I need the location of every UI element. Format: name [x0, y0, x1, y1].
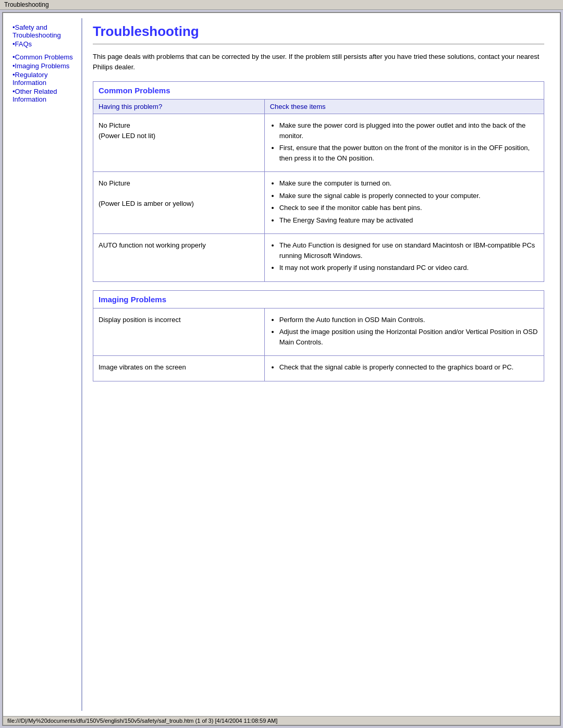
check-cell: Make sure the power cord is plugged into…: [264, 114, 544, 172]
statusbar: file:///D|/My%20documents/dfu/150V5/engl…: [3, 716, 560, 725]
sidebar-regulatory[interactable]: •Regulatory Information: [13, 71, 77, 87]
common-problems-table: Common Problems Having this problem? Che…: [93, 81, 544, 282]
common-header-row: Common Problems: [93, 82, 544, 100]
sidebar-other[interactable]: •Other Related Information: [13, 88, 77, 103]
list-item: The Auto Function is designed for use on…: [279, 240, 538, 261]
title-divider: [93, 44, 544, 44]
problem-cell: AUTO function not working properly: [93, 234, 265, 282]
table-row: No Picture(Power LED is amber or yellow)…: [93, 172, 544, 234]
table-row: Image vibrates on the screen Check that …: [93, 356, 544, 381]
list-item: The Energy Saving feature may be activat…: [279, 215, 538, 226]
list-item: It may not work properly if using nonsta…: [279, 263, 538, 273]
table-row: No Picture(Power LED not lit) Make sure …: [93, 114, 544, 172]
common-section-title: Common Problems: [93, 82, 544, 100]
problem-cell: No Picture(Power LED is amber or yellow): [93, 172, 265, 234]
table-row: AUTO function not working properly The A…: [93, 234, 544, 282]
list-item: Check to see if the monitor cable has be…: [279, 203, 538, 213]
check-cell: Make sure the computer is turned on. Mak…: [264, 172, 544, 234]
imaging-header-row: Imaging Problems: [93, 290, 544, 308]
sidebar-imaging[interactable]: •Imaging Problems: [13, 62, 77, 70]
list-item: Make sure the computer is turned on.: [279, 178, 538, 189]
page-title: Troubleshooting: [93, 23, 544, 40]
main-content: Troubleshooting This page deals with pro…: [81, 18, 555, 711]
list-item: First, ensure that the power button on t…: [279, 143, 538, 163]
col-having: Having this problem?: [93, 100, 265, 114]
titlebar: Troubleshooting: [0, 0, 563, 10]
titlebar-text: Troubleshooting: [4, 1, 49, 8]
sidebar-faqs[interactable]: •FAQs: [13, 40, 77, 48]
table-row: Display position is incorrect Perform th…: [93, 308, 544, 356]
imaging-problems-table: Imaging Problems Display position is inc…: [93, 290, 544, 381]
sidebar-group-1: •Safety and Troubleshooting •FAQs: [13, 23, 77, 48]
statusbar-text: file:///D|/My%20documents/dfu/150V5/engl…: [7, 718, 277, 724]
list-item: Make sure the signal cable is properly c…: [279, 191, 538, 201]
imaging-section-title: Imaging Problems: [93, 290, 544, 308]
sidebar: •Safety and Troubleshooting •FAQs •Commo…: [8, 18, 81, 711]
check-cell: Check that the signal cable is properly …: [264, 356, 544, 381]
problem-cell: Display position is incorrect: [93, 308, 265, 356]
list-item: Perform the Auto function in OSD Main Co…: [279, 315, 538, 325]
problem-cell: No Picture(Power LED not lit): [93, 114, 265, 172]
sidebar-group-2: •Common Problems •Imaging Problems •Regu…: [13, 53, 77, 103]
list-item: Adjust the image position using the Hori…: [279, 327, 538, 347]
check-cell: Perform the Auto function in OSD Main Co…: [264, 308, 544, 356]
problem-cell: Image vibrates on the screen: [93, 356, 265, 381]
check-cell: The Auto Function is designed for use on…: [264, 234, 544, 282]
list-item: Make sure the power cord is plugged into…: [279, 120, 538, 141]
list-item: Check that the signal cable is properly …: [279, 362, 538, 373]
sidebar-common[interactable]: •Common Problems: [13, 53, 77, 61]
intro-text: This page deals with problems that can b…: [93, 52, 544, 72]
col-headers-row: Having this problem? Check these items: [93, 100, 544, 114]
sidebar-safety[interactable]: •Safety and Troubleshooting: [13, 23, 77, 39]
col-check: Check these items: [264, 100, 544, 114]
